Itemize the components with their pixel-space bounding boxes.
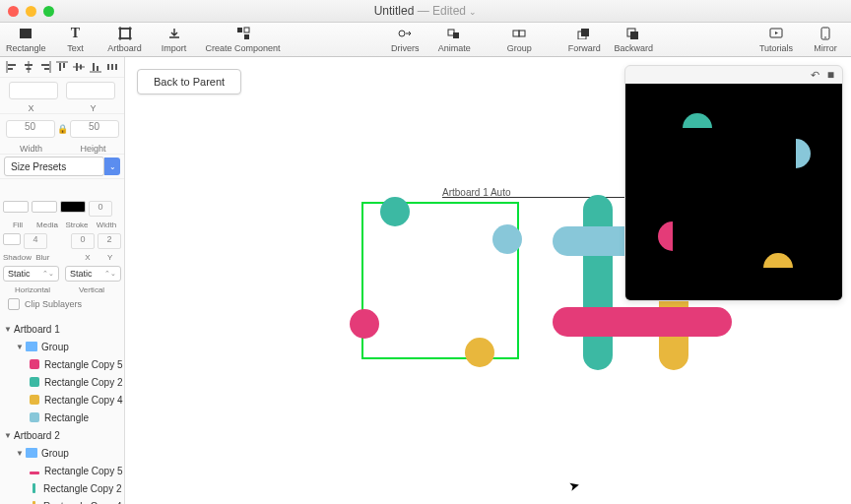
layer-artboard-1[interactable]: ▼Artboard 1: [0, 320, 124, 338]
align-right-icon[interactable]: [39, 61, 51, 73]
lock-icon[interactable]: 🔒: [57, 124, 68, 134]
shape-circle[interactable]: [465, 338, 494, 367]
fill-swatch[interactable]: [3, 201, 29, 213]
undo-icon[interactable]: ↶: [811, 69, 819, 82]
layer-group[interactable]: ▼Group: [0, 338, 124, 355]
layer-item[interactable]: Rectangle Copy 2: [0, 479, 124, 497]
tutorials-button[interactable]: Tutorials: [756, 25, 796, 53]
drivers-button[interactable]: Drivers: [385, 25, 425, 53]
x-input[interactable]: [9, 82, 58, 99]
stroke-swatch[interactable]: [60, 201, 86, 213]
align-top-icon[interactable]: [56, 61, 68, 73]
layer-item[interactable]: Rectangle Copy 2: [0, 373, 124, 391]
svg-rect-26: [27, 68, 32, 70]
layer-artboard-2[interactable]: ▼Artboard 2: [0, 426, 124, 444]
svg-rect-34: [76, 63, 78, 71]
import-button[interactable]: Import: [155, 25, 194, 53]
svg-rect-38: [97, 66, 98, 71]
folder-icon: [26, 448, 37, 458]
align-left-icon[interactable]: [6, 61, 18, 73]
svg-point-20: [824, 36, 826, 38]
close-icon[interactable]: [8, 6, 19, 17]
svg-rect-17: [630, 32, 638, 39]
svg-rect-28: [41, 64, 49, 66]
svg-rect-0: [20, 29, 32, 38]
forward-button[interactable]: Forward: [564, 25, 604, 53]
animate-button[interactable]: Animate: [434, 25, 474, 53]
artboard-tool[interactable]: Artboard: [105, 25, 145, 53]
rectangle-tool[interactable]: Rectangle: [6, 25, 46, 53]
svg-rect-25: [25, 64, 33, 66]
shape-half: [683, 113, 712, 128]
text-tool[interactable]: TText: [56, 25, 96, 53]
back-to-parent-button[interactable]: Back to Parent: [137, 69, 241, 94]
clip-sublayers-checkbox[interactable]: [8, 298, 20, 310]
mirror-button[interactable]: Mirror: [806, 25, 845, 53]
preview-viewport[interactable]: [625, 84, 842, 300]
svg-rect-1: [120, 29, 130, 38]
shape-bar[interactable]: [583, 195, 613, 370]
shape-half: [658, 221, 673, 251]
record-icon[interactable]: ■: [827, 68, 834, 82]
shape-half: [796, 139, 811, 168]
svg-rect-8: [244, 28, 249, 32]
y-input[interactable]: [66, 82, 115, 99]
svg-rect-6: [237, 28, 242, 32]
svg-point-9: [399, 31, 405, 36]
svg-rect-11: [453, 32, 459, 38]
media-swatch[interactable]: [32, 201, 57, 213]
window-title: Untitled — Edited ⌄: [0, 4, 851, 18]
shadow-x-input[interactable]: 0: [71, 233, 95, 249]
svg-rect-13: [519, 31, 525, 36]
shape-bar[interactable]: [553, 307, 732, 337]
stroke-width-input[interactable]: 0: [89, 201, 112, 217]
horizontal-constraint-select[interactable]: Static⌃⌄: [3, 266, 59, 282]
preview-panel: ↶ ■: [624, 65, 843, 301]
svg-rect-31: [59, 63, 61, 71]
folder-icon: [26, 342, 37, 351]
align-controls[interactable]: [0, 57, 124, 78]
create-component-button[interactable]: Create Component: [204, 25, 283, 53]
svg-rect-7: [244, 34, 249, 39]
layer-item[interactable]: Rectangle Copy 5: [0, 462, 124, 479]
shape-circle[interactable]: [350, 309, 379, 339]
layers-panel: ▼Artboard 1 ▼Group Rectangle Copy 5 Rect…: [0, 320, 124, 504]
width-input[interactable]: 50: [6, 120, 55, 138]
svg-rect-14: [581, 29, 589, 36]
traffic-lights[interactable]: [8, 6, 54, 17]
svg-rect-22: [8, 64, 16, 66]
shape-circle[interactable]: [492, 224, 522, 254]
clip-label: Clip Sublayers: [25, 299, 82, 309]
canvas[interactable]: Back to Parent Artboard 1 Auto ➤ ↶ ■: [125, 57, 851, 504]
shadow-swatch[interactable]: [3, 233, 21, 245]
group-button[interactable]: Group: [499, 25, 539, 53]
layer-item[interactable]: Rectangle Copy 4: [0, 497, 124, 504]
shape-circle[interactable]: [380, 197, 410, 226]
artboard-1-selection[interactable]: [361, 202, 519, 359]
window-titlebar: Untitled — Edited ⌄: [0, 0, 851, 23]
animation-arrow-icon: [442, 197, 639, 198]
svg-rect-39: [107, 64, 109, 70]
svg-rect-29: [44, 68, 49, 70]
zoom-icon[interactable]: [43, 6, 54, 17]
size-presets-select[interactable]: Size Presets: [4, 157, 104, 176]
svg-rect-35: [80, 65, 82, 70]
backward-button[interactable]: Backward: [614, 25, 653, 53]
minimize-icon[interactable]: [26, 6, 36, 17]
shadow-y-input[interactable]: 2: [98, 233, 121, 249]
align-hcenter-icon[interactable]: [23, 61, 34, 73]
distribute-icon[interactable]: [106, 61, 118, 73]
svg-rect-41: [115, 64, 117, 70]
chevron-down-icon[interactable]: ⌄: [104, 158, 120, 175]
vertical-constraint-select[interactable]: Static⌃⌄: [65, 266, 121, 282]
layer-item[interactable]: Rectangle Copy 5: [0, 355, 124, 373]
height-input[interactable]: 50: [70, 120, 119, 138]
layer-item[interactable]: Rectangle Copy 4: [0, 391, 124, 409]
blur-input[interactable]: 4: [24, 233, 47, 249]
shape-half: [763, 253, 793, 268]
align-bottom-icon[interactable]: [90, 61, 101, 73]
layer-item[interactable]: Rectangle: [0, 409, 124, 426]
layer-group[interactable]: ▼Group: [0, 444, 124, 462]
align-vcenter-icon[interactable]: [73, 61, 85, 73]
svg-rect-40: [111, 64, 113, 70]
